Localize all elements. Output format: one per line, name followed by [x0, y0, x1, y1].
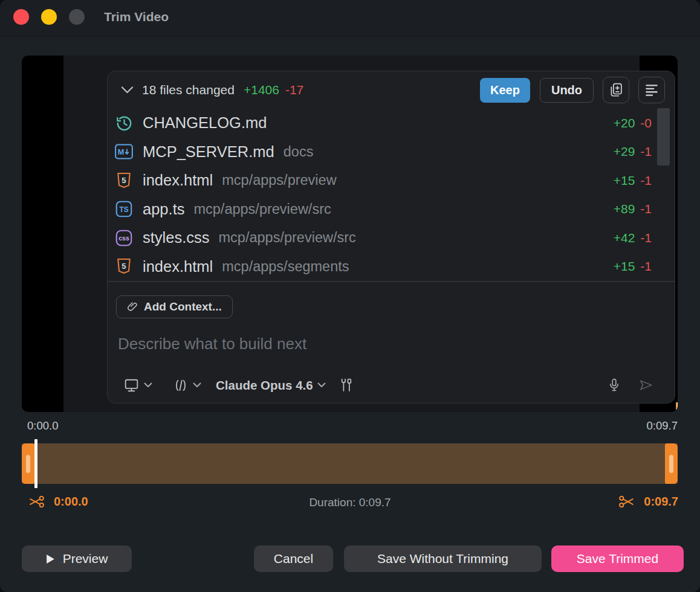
chevron-down-icon[interactable] [317, 382, 326, 388]
file-row[interactable]: css styles.css mcp/apps/preview/src +42 … [108, 224, 675, 253]
timeline-start-label: 0:00.0 [27, 419, 58, 433]
file-name: index.html [143, 172, 213, 189]
chevron-down-icon[interactable] [193, 382, 201, 388]
code-mode-dropdown[interactable] [173, 378, 189, 393]
file-deletions: -1 [640, 231, 652, 245]
playhead[interactable] [34, 439, 37, 488]
diff-header: 18 files changed +1406 -17 Keep Undo [108, 71, 675, 109]
tools-button[interactable] [339, 377, 354, 393]
file-deletions: -0 [640, 116, 652, 130]
zoom-window-button[interactable] [69, 9, 85, 25]
trim-start-handle[interactable] [22, 443, 34, 484]
video-preview-frame[interactable]: 18 files changed +1406 -17 Keep Undo [22, 56, 678, 412]
diff-panel: 18 files changed +1406 -17 Keep Undo [107, 71, 675, 404]
file-path: mcp/apps/preview/src [219, 230, 356, 246]
file-additions: +29 [614, 144, 635, 159]
file-path: docs [284, 144, 314, 160]
microphone-icon [607, 377, 621, 393]
file-row[interactable]: 5 index.html mcp/apps/preview +15 -1 [108, 166, 675, 195]
preview-button[interactable]: Preview [22, 545, 132, 572]
view-log-button[interactable] [638, 77, 665, 103]
file-name: index.html [143, 258, 213, 275]
history-icon [115, 114, 133, 132]
file-row[interactable]: CHANGELOG.md +20 -0 [108, 109, 675, 138]
minimize-window-button[interactable] [41, 9, 57, 25]
file-additions: +42 [614, 231, 635, 245]
paperclip-icon [127, 301, 138, 312]
undo-button[interactable]: Undo [540, 78, 594, 103]
css-icon: css [115, 229, 133, 247]
svg-text:5: 5 [122, 175, 126, 184]
save-trimmed-label: Save Trimmed [577, 552, 658, 566]
file-additions: +89 [614, 202, 635, 216]
trim-info-row: Duration: 0:09.7 0:00.0 0:09.7 [0, 494, 700, 512]
file-additions: +20 [614, 116, 635, 130]
cancel-button[interactable]: Cancel [254, 545, 333, 572]
align-left-lines-icon [644, 82, 659, 98]
file-additions: +15 [614, 259, 635, 274]
total-deletions: -17 [285, 83, 303, 97]
duration-label: Duration: 0:09.7 [0, 496, 700, 509]
file-path: mcp/apps/segments [222, 259, 349, 275]
file-path: mcp/apps/preview [222, 172, 336, 188]
handle-grip [26, 455, 30, 473]
scissors-icon [28, 494, 45, 509]
file-list: CHANGELOG.md +20 -0 M MCP_SERVER.md docs… [108, 109, 675, 281]
svg-text:css: css [118, 234, 129, 242]
file-path: mcp/apps/preview/src [193, 201, 331, 217]
send-button[interactable] [638, 378, 654, 393]
markdown-icon: M [115, 143, 133, 161]
file-deletions: -1 [640, 173, 652, 188]
chevron-down-icon[interactable] [121, 86, 134, 94]
file-name: app.ts [143, 201, 184, 218]
trim-end-time: 0:09.7 [644, 495, 678, 509]
scissors-icon [618, 494, 635, 509]
svg-text:5: 5 [122, 262, 126, 271]
file-row[interactable]: 5 index.html mcp/apps/segments +15 -1 [108, 253, 675, 282]
save-without-trimming-button[interactable]: Save Without Trimming [344, 545, 542, 572]
copy-diff-button[interactable] [603, 77, 629, 103]
composer-toolbar: Claude Opus 4.6 [116, 377, 660, 393]
composer-placeholder: Describe what to build next [118, 335, 306, 353]
keep-button[interactable]: Keep [480, 78, 530, 103]
code-icon [173, 378, 189, 393]
scrollbar-thumb[interactable] [657, 108, 670, 166]
composer: Add Context... Describe what to build ne… [108, 282, 675, 404]
file-deletions: -1 [640, 144, 652, 159]
save-trimmed-button[interactable]: Save Trimmed [551, 545, 684, 572]
model-selector[interactable]: Claude Opus 4.6 [216, 378, 313, 393]
save-without-trimming-label: Save Without Trimming [377, 552, 508, 566]
video-still-app-screenshot: 18 files changed +1406 -17 Keep Undo [63, 56, 640, 412]
monitor-icon [123, 378, 140, 393]
svg-text:TS: TS [119, 205, 128, 214]
files-changed-label: 18 files changed [142, 83, 235, 97]
file-name: styles.css [143, 229, 210, 246]
composer-input[interactable]: Describe what to build next [118, 335, 660, 353]
timeline-track[interactable] [22, 443, 678, 484]
add-context-button[interactable]: Add Context... [116, 295, 233, 318]
file-name: CHANGELOG.md [143, 114, 267, 132]
window-title: Trim Video [104, 10, 169, 24]
trim-start-time: 0:00.0 [54, 495, 88, 509]
copy-diff-icon [608, 82, 624, 98]
display-mode-dropdown[interactable] [123, 378, 140, 393]
keep-button-label: Keep [490, 83, 520, 97]
preview-button-label: Preview [63, 552, 108, 566]
dictation-button[interactable] [607, 377, 621, 393]
file-name: MCP_SERVER.md [143, 143, 274, 161]
file-row[interactable]: TS app.ts mcp/apps/preview/src +89 -1 [108, 195, 675, 224]
handle-grip [669, 455, 673, 473]
file-deletions: -1 [640, 259, 652, 274]
file-deletions: -1 [640, 202, 652, 216]
typescript-icon: TS [115, 200, 133, 218]
trim-end-handle[interactable] [665, 443, 678, 484]
file-row[interactable]: M MCP_SERVER.md docs +29 -1 [108, 138, 675, 167]
chevron-down-icon[interactable] [144, 382, 152, 388]
timeline-end-label: 0:09.7 [647, 419, 678, 433]
svg-text:M: M [118, 148, 125, 156]
close-window-button[interactable] [13, 9, 29, 25]
total-additions: +1406 [244, 83, 279, 97]
trim-end-readout: 0:09.7 [618, 494, 678, 509]
file-additions: +15 [614, 173, 635, 188]
trim-video-window: Trim Video 18 files changed +1406 -17 Ke… [0, 0, 700, 592]
